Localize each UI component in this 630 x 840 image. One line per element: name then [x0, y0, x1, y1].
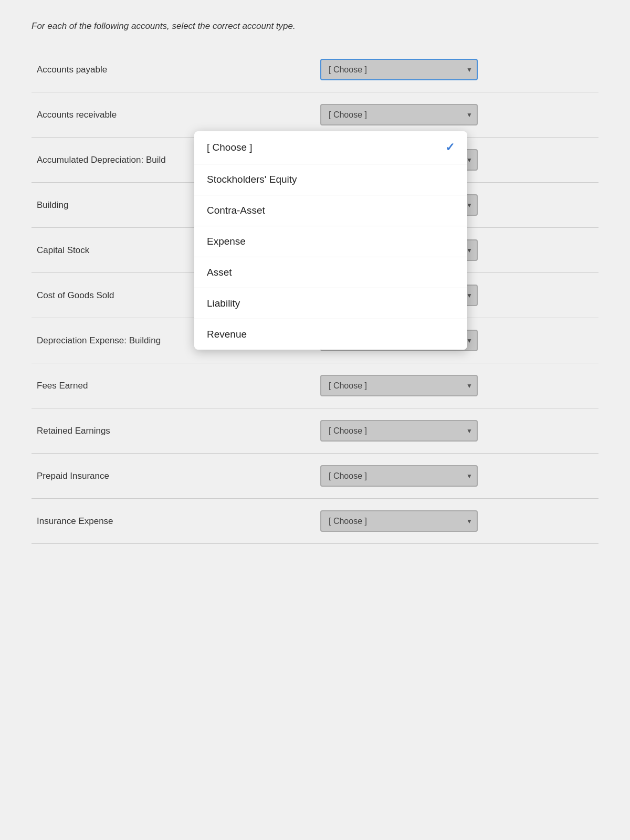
dropdown-item-label: [ Choose ]: [207, 142, 253, 153]
account-select-cell-accounts-payable: [ Choose ]Stockholders' EquityContra-Ass…: [315, 47, 598, 92]
select-wrapper-insurance-expense: [ Choose ]Stockholders' EquityContra-Ass…: [320, 510, 478, 532]
dropdown-item-stockholders-equity[interactable]: Stockholders' Equity: [194, 164, 467, 195]
select-accounts-payable[interactable]: [ Choose ]Stockholders' EquityContra-Ass…: [320, 59, 478, 80]
dropdown-item-contra-asset[interactable]: Contra-Asset: [194, 195, 467, 226]
select-prepaid-insurance[interactable]: [ Choose ]Stockholders' EquityContra-Ass…: [320, 465, 478, 487]
dropdown-item-expense[interactable]: Expense: [194, 226, 467, 257]
account-select-cell-prepaid-insurance: [ Choose ]Stockholders' EquityContra-Ass…: [315, 454, 598, 499]
select-insurance-expense[interactable]: [ Choose ]Stockholders' EquityContra-Ass…: [320, 510, 478, 532]
account-select-cell-insurance-expense: [ Choose ]Stockholders' EquityContra-Ass…: [315, 499, 598, 544]
select-wrapper-accounts-receivable: [ Choose ]Stockholders' EquityContra-Ass…: [320, 104, 478, 125]
account-label-fees-earned: Fees Earned: [32, 363, 315, 408]
dropdown-item-liability[interactable]: Liability: [194, 288, 467, 319]
checkmark-icon: ✓: [445, 141, 455, 154]
dropdown-item-choose[interactable]: [ Choose ] ✓: [194, 131, 467, 164]
account-select-cell-fees-earned: [ Choose ]Stockholders' EquityContra-Ass…: [315, 363, 598, 408]
select-wrapper-prepaid-insurance: [ Choose ]Stockholders' EquityContra-Ass…: [320, 465, 478, 487]
dropdown-item-label: Asset: [207, 267, 232, 278]
select-wrapper-fees-earned: [ Choose ]Stockholders' EquityContra-Ass…: [320, 375, 478, 396]
dropdown-item-label: Stockholders' Equity: [207, 174, 297, 185]
dropdown-item-label: Revenue: [207, 329, 247, 340]
dropdown-item-label: Liability: [207, 298, 240, 309]
instructions-text: For each of the following accounts, sele…: [32, 21, 598, 32]
select-wrapper-accounts-payable: [ Choose ]Stockholders' EquityContra-Ass…: [320, 59, 478, 80]
account-label-prepaid-insurance: Prepaid Insurance: [32, 454, 315, 499]
account-label-accounts-receivable: Accounts receivable: [32, 92, 315, 138]
select-fees-earned[interactable]: [ Choose ]Stockholders' EquityContra-Ass…: [320, 375, 478, 396]
account-label-retained-earnings: Retained Earnings: [32, 408, 315, 454]
account-row-fees-earned: Fees Earned[ Choose ]Stockholders' Equit…: [32, 363, 598, 408]
account-label-insurance-expense: Insurance Expense: [32, 499, 315, 544]
account-row-insurance-expense: Insurance Expense[ Choose ]Stockholders'…: [32, 499, 598, 544]
select-retained-earnings[interactable]: [ Choose ]Stockholders' EquityContra-Ass…: [320, 420, 478, 442]
account-select-cell-accounts-receivable: [ Choose ]Stockholders' EquityContra-Ass…: [315, 92, 598, 138]
account-row-retained-earnings: Retained Earnings[ Choose ]Stockholders'…: [32, 408, 598, 454]
select-accounts-receivable[interactable]: [ Choose ]Stockholders' EquityContra-Ass…: [320, 104, 478, 125]
dropdown-overlay: [ Choose ] ✓ Stockholders' Equity Contra…: [194, 131, 467, 350]
dropdown-item-label: Expense: [207, 236, 246, 247]
dropdown-item-revenue[interactable]: Revenue: [194, 319, 467, 350]
dropdown-item-asset[interactable]: Asset: [194, 257, 467, 288]
account-label-accounts-payable: Accounts payable: [32, 47, 315, 92]
account-row-prepaid-insurance: Prepaid Insurance[ Choose ]Stockholders'…: [32, 454, 598, 499]
account-row-accounts-receivable: Accounts receivable[ Choose ]Stockholder…: [32, 92, 598, 138]
dropdown-item-label: Contra-Asset: [207, 205, 265, 216]
account-select-cell-retained-earnings: [ Choose ]Stockholders' EquityContra-Ass…: [315, 408, 598, 454]
select-wrapper-retained-earnings: [ Choose ]Stockholders' EquityContra-Ass…: [320, 420, 478, 442]
account-row-accounts-payable: Accounts payable[ Choose ]Stockholders' …: [32, 47, 598, 92]
page-container: For each of the following accounts, sele…: [0, 0, 630, 840]
